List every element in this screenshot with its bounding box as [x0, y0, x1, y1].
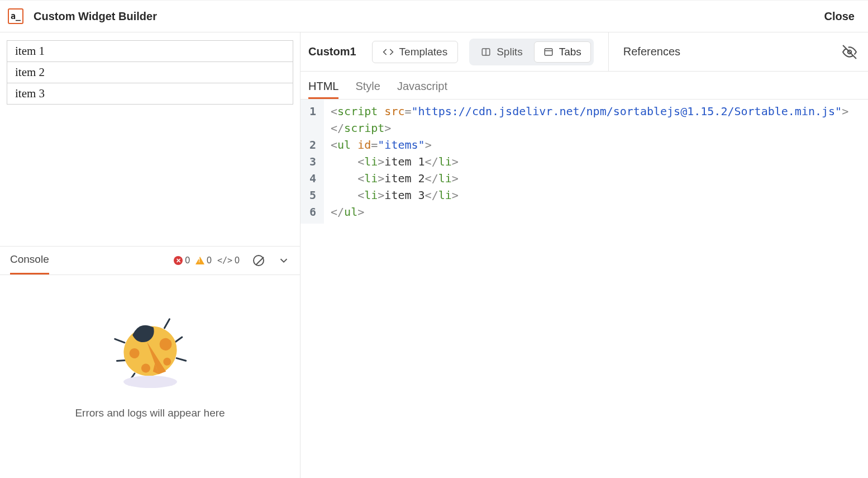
code-brackets-icon — [383, 46, 394, 58]
templates-label: Templates — [399, 46, 448, 58]
line-number: 6 — [306, 203, 316, 220]
line-gutter: 1 2 3 4 5 6 — [301, 100, 324, 224]
list-item[interactable]: item 1 — [7, 40, 293, 62]
errors-count: ✕ 0 — [174, 255, 190, 266]
warnings-count: 0 — [195, 255, 212, 266]
line-number: 2 — [306, 136, 316, 153]
references-button[interactable]: References — [623, 45, 680, 58]
widget-name: Custom1 — [308, 45, 361, 58]
error-icon: ✕ — [174, 256, 183, 265]
svg-line-2 — [117, 358, 125, 363]
bug-illustration-icon — [111, 318, 189, 390]
templates-button[interactable]: Templates — [372, 41, 459, 63]
app-logo-icon: a_ — [8, 8, 23, 24]
tabs-label: Tabs — [559, 46, 581, 58]
warning-icon — [195, 257, 204, 264]
console-body: Errors and logs will appear here — [0, 275, 300, 478]
tab-html[interactable]: HTML — [308, 74, 338, 99]
list-item[interactable]: item 3 — [7, 83, 293, 105]
code-icon: </> — [217, 255, 232, 266]
splits-label: Splits — [497, 46, 522, 58]
errors-count-value: 0 — [185, 255, 190, 266]
tabs-icon — [543, 47, 554, 57]
line-number: 1 — [306, 103, 316, 120]
code-content[interactable]: <script src="https://cdn.jsdelivr.net/np… — [324, 100, 855, 224]
tab-style[interactable]: Style — [355, 74, 380, 99]
splits-icon — [481, 47, 491, 57]
line-number: 4 — [306, 170, 316, 187]
preview-pane: item 1 item 2 item 3 — [0, 32, 300, 246]
clear-console-icon[interactable] — [253, 255, 264, 266]
editor-header: Custom1 Templates Splits Tabs References — [301, 32, 868, 72]
close-button[interactable]: Close — [824, 10, 855, 23]
tabs-button[interactable]: Tabs — [534, 41, 591, 63]
svg-line-5 — [177, 355, 186, 363]
code-editor[interactable]: 1 2 3 4 5 6 <script src="https://cdn.jsd… — [301, 100, 868, 224]
collapse-console-icon[interactable] — [278, 254, 290, 267]
visibility-off-icon[interactable] — [842, 45, 857, 59]
tab-javascript[interactable]: Javascript — [397, 74, 447, 99]
logs-count: </> 0 — [217, 255, 240, 266]
page-title: Custom Widget Builder — [34, 10, 157, 23]
layout-toggle: Splits Tabs — [469, 39, 594, 65]
svg-line-3 — [174, 337, 183, 342]
line-number: 3 — [306, 153, 316, 170]
console-empty-message: Errors and logs will appear here — [75, 407, 225, 419]
warnings-count-value: 0 — [207, 255, 212, 266]
svg-rect-13 — [545, 49, 552, 55]
line-number: 5 — [306, 187, 316, 203]
tab-console[interactable]: Console — [10, 247, 49, 275]
list-item[interactable]: item 2 — [7, 61, 293, 83]
console-header: Console ✕ 0 0 </> 0 — [0, 246, 300, 275]
svg-line-0 — [115, 336, 124, 345]
top-bar: a_ Custom Widget Builder Close — [0, 0, 868, 32]
logs-count-value: 0 — [235, 255, 240, 266]
svg-line-1 — [162, 319, 171, 328]
code-tabs: HTML Style Javascript — [301, 72, 868, 100]
splits-button[interactable]: Splits — [472, 42, 531, 62]
